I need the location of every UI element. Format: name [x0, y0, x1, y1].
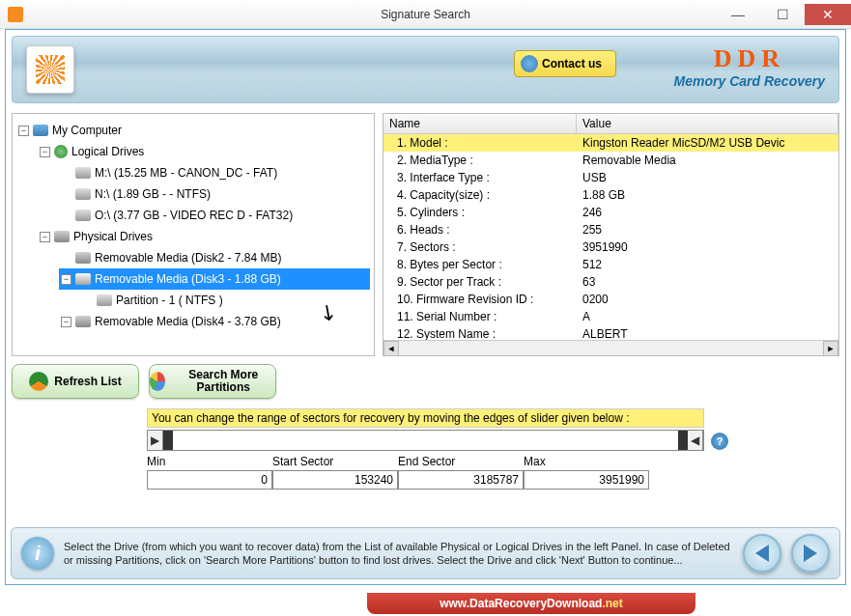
- tree-physical-drives[interactable]: −Physical Drives: [38, 226, 370, 247]
- prop-value: 63: [577, 275, 838, 289]
- contact-avatar-icon: [521, 55, 538, 72]
- tree-label: Partition - 1 ( NTFS ): [116, 294, 223, 307]
- property-row[interactable]: 1. Model :Kingston Reader MicSD/M2 USB D…: [383, 134, 838, 152]
- contact-label: Contact us: [542, 57, 602, 70]
- next-button[interactable]: [791, 534, 830, 573]
- prop-name: 12. System Name :: [383, 327, 577, 340]
- tree-physical-1[interactable]: −Removable Media (Disk3 - 1.88 GB): [59, 268, 370, 290]
- prop-value: 246: [577, 206, 838, 219]
- refresh-label: Refresh List: [54, 375, 121, 388]
- drive-icon: [75, 167, 91, 179]
- prop-value: 255: [577, 223, 838, 237]
- tree-label: N:\ (1.89 GB - - NTFS): [95, 187, 211, 201]
- sector-slider[interactable]: ▶ ◀ ?: [147, 430, 704, 451]
- contact-us-button[interactable]: Contact us: [514, 50, 616, 77]
- tree-label: Logical Drives: [71, 145, 144, 158]
- tree-logical-0[interactable]: M:\ (15.25 MB - CANON_DC - FAT): [59, 162, 370, 183]
- prop-value: Removable Media: [577, 154, 838, 167]
- prop-name: 2. MediaType :: [383, 154, 577, 167]
- min-input[interactable]: [147, 470, 272, 490]
- slider-handle-right[interactable]: [678, 431, 688, 450]
- end-sector-input[interactable]: [398, 470, 524, 490]
- property-row[interactable]: 2. MediaType :Removable Media: [383, 152, 838, 169]
- disk-icon: [75, 316, 91, 327]
- prop-value: 512: [577, 258, 838, 271]
- prop-name: 4. Capacity(size) :: [383, 188, 577, 202]
- slider-handle-left[interactable]: [163, 431, 173, 450]
- window-title: Signature Search: [381, 8, 470, 21]
- tree-physical-0[interactable]: Removable Media (Disk2 - 7.84 MB): [59, 247, 370, 268]
- slider-hint: You can change the range of sectors for …: [147, 408, 704, 428]
- property-row[interactable]: 9. Sector per Track :63: [383, 273, 838, 291]
- property-row[interactable]: 10. Firmware Revision ID :0200: [383, 291, 838, 308]
- property-row[interactable]: 7. Sectors :3951990: [383, 238, 838, 256]
- disk-icon: [75, 252, 91, 264]
- prop-name: 3. Interface Type :: [383, 171, 577, 184]
- scroll-left-icon[interactable]: ◄: [383, 341, 399, 356]
- tree-label: Physical Drives: [73, 230, 153, 243]
- tree-physical-2[interactable]: −Removable Media (Disk4 - 3.78 GB): [59, 311, 370, 332]
- tree-label: O:\ (3.77 GB - VIDEO REC D - FAT32): [95, 209, 293, 222]
- window-controls: — ☐ ✕: [716, 4, 851, 25]
- slider-right-edge[interactable]: ◀: [688, 431, 703, 450]
- tree-toggle-icon[interactable]: −: [61, 317, 71, 327]
- prop-name: 7. Sectors :: [383, 240, 577, 254]
- prop-value: Kingston Reader MicSD/M2 USB Devic: [577, 136, 838, 150]
- info-icon: i: [21, 537, 54, 570]
- disk-icon: [54, 231, 70, 242]
- titlebar: Signature Search — ☐ ✕: [0, 0, 851, 29]
- property-row[interactable]: 6. Heads :255: [383, 221, 838, 238]
- app-icon: [8, 7, 23, 22]
- close-button[interactable]: ✕: [805, 4, 851, 25]
- max-input[interactable]: [524, 470, 649, 490]
- tree-logical-2[interactable]: O:\ (3.77 GB - VIDEO REC D - FAT32): [59, 205, 370, 226]
- header-banner: Contact us DDR Memory Card Recovery: [12, 36, 839, 103]
- help-icon[interactable]: ?: [711, 433, 728, 450]
- property-row[interactable]: 12. System Name :ALBERT: [383, 325, 838, 340]
- tree-label: M:\ (15.25 MB - CANON_DC - FAT): [95, 166, 277, 180]
- tree-toggle-icon[interactable]: −: [61, 274, 71, 285]
- property-row[interactable]: 5. Cylinders :246: [383, 204, 838, 221]
- drive-tree[interactable]: −My Computer−Logical DrivesM:\ (15.25 MB…: [12, 113, 375, 356]
- sector-range-section: You can change the range of sectors for …: [12, 408, 839, 490]
- brand-logo-text: DDR: [674, 44, 825, 73]
- scroll-right-icon[interactable]: ►: [823, 341, 838, 356]
- slider-left-edge[interactable]: ▶: [148, 431, 163, 450]
- properties-panel: Name Value 1. Model :Kingston Reader Mic…: [383, 113, 839, 356]
- search-more-partitions-button[interactable]: Search More Partitions: [149, 364, 276, 399]
- h-scrollbar[interactable]: ◄ ►: [383, 340, 838, 355]
- col-header-name[interactable]: Name: [383, 114, 577, 133]
- drive-icon: [75, 210, 91, 221]
- property-row[interactable]: 3. Interface Type :USB: [383, 169, 838, 186]
- property-row[interactable]: 8. Bytes per Sector :512: [383, 256, 838, 273]
- globe-icon: [54, 145, 68, 158]
- url-www: www.: [440, 597, 469, 610]
- tree-logical-drives[interactable]: −Logical Drives: [38, 141, 370, 162]
- max-label: Max: [524, 455, 649, 468]
- min-label: Min: [147, 455, 272, 468]
- property-row[interactable]: 4. Capacity(size) :1.88 GB: [383, 186, 838, 204]
- prop-name: 8. Bytes per Sector :: [383, 258, 577, 271]
- tree-toggle-icon[interactable]: −: [40, 147, 50, 157]
- back-button[interactable]: [743, 534, 781, 573]
- search-more-label: Search More Partitions: [171, 369, 275, 394]
- tree-root[interactable]: −My Computer: [16, 120, 370, 141]
- col-header-value[interactable]: Value: [577, 114, 838, 133]
- refresh-list-button[interactable]: Refresh List: [12, 364, 139, 399]
- app-logo: [26, 45, 74, 94]
- maximize-button[interactable]: ☐: [760, 4, 805, 25]
- prop-value: ALBERT: [577, 327, 838, 340]
- tree-logical-1[interactable]: N:\ (1.89 GB - - NTFS): [59, 183, 370, 205]
- tree-toggle-icon[interactable]: −: [18, 126, 29, 136]
- tree-toggle-icon[interactable]: −: [40, 232, 50, 242]
- prop-name: 5. Cylinders :: [383, 206, 577, 219]
- back-arrow-icon: [755, 545, 769, 562]
- tree-partition-0[interactable]: Partition - 1 ( NTFS ): [80, 290, 370, 311]
- properties-body[interactable]: 1. Model :Kingston Reader MicSD/M2 USB D…: [383, 134, 838, 340]
- property-row[interactable]: 11. Serial Number :A: [383, 308, 838, 325]
- minimize-button[interactable]: —: [716, 4, 760, 25]
- start-sector-input[interactable]: [272, 470, 398, 490]
- tree-label: Removable Media (Disk4 - 3.78 GB): [95, 315, 281, 328]
- prop-value: 1.88 GB: [577, 188, 838, 202]
- website-banner[interactable]: www.DataRecoveryDownload.net: [367, 593, 695, 614]
